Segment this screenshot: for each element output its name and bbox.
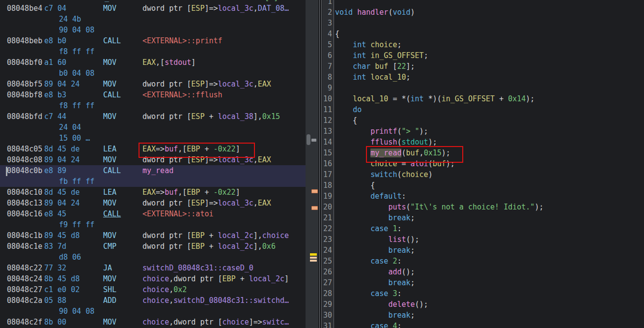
asm-row[interactable]: 08048bf8e8 b3CALL<EXTERNAL>::fflush — [0, 89, 306, 100]
token: dword ptr [ — [142, 199, 191, 208]
asm-row[interactable]: 08048c248b 45 d8MOVchoice,dword ptr [EBP… — [0, 273, 306, 284]
code-line[interactable]: switch(choice) — [335, 169, 644, 180]
asm-row[interactable]: f9 ff ff — [0, 219, 306, 230]
token: local_3c — [218, 80, 253, 89]
analysis-marker[interactable] — [311, 206, 318, 210]
code-line[interactable]: case 1: — [335, 223, 644, 234]
token: dword ptr [ — [142, 112, 191, 121]
asm-row[interactable]: 90 04 08 — [0, 306, 306, 317]
token: ); — [526, 94, 534, 103]
asm-row[interactable]: f8 ff ff — [0, 100, 306, 111]
code-line[interactable]: delete(); — [335, 299, 644, 310]
code-line[interactable]: break; — [335, 245, 644, 256]
code-line[interactable]: list(); — [335, 234, 644, 245]
asm-row[interactable]: 08048c27c1 e0 02SHLchoice,0x2 — [0, 284, 306, 295]
code-line[interactable]: do — [335, 104, 644, 115]
code-line[interactable] — [335, 0, 644, 7]
bytes: 89 45 d8 — [44, 230, 80, 241]
token: switc… — [262, 318, 289, 327]
scrollbar-thumb[interactable] — [307, 134, 310, 145]
asm-row[interactable]: 08048be4c7 04MOVdword ptr [ESP]=>local_3… — [0, 3, 306, 14]
mnemonic: ADD — [103, 295, 116, 306]
bookmark-marker[interactable] — [310, 253, 317, 263]
code-line[interactable]: printf("> "); — [335, 126, 644, 137]
code-line[interactable]: puts("It\'s not a choice! Idiot."); — [335, 202, 644, 212]
code-line[interactable]: int choice; — [335, 39, 644, 50]
asm-row[interactable]: 08048c2f8b 00MOVchoice,dword ptr [choice… — [0, 317, 306, 328]
bytes: 89 04 24 — [44, 198, 80, 209]
operands: <EXTERNAL>::fflush — [142, 89, 223, 100]
asm-row[interactable]: b0 04 08 — [0, 68, 306, 79]
position-marker[interactable] — [311, 139, 316, 142]
asm-row[interactable]: 08048c1389 04 24MOVdword ptr [ESP]=>loca… — [0, 198, 306, 209]
code-line[interactable]: { — [335, 115, 644, 126]
code-line[interactable] — [335, 18, 644, 29]
token: , — [169, 274, 173, 283]
panel-splitter[interactable] — [318, 0, 322, 328]
asm-row[interactable]: d8 06 — [0, 252, 306, 263]
bookmark-stripe — [310, 253, 317, 256]
ghidra-window: LAB_08048be4 XREF[1]: 0 08048be4c7 04MOV… — [0, 0, 644, 328]
code-line[interactable]: { — [335, 29, 644, 39]
bytes: c7 44 — [44, 111, 66, 122]
code-line[interactable]: local_10 = *(int *)(in_GS_OFFSET + 0x14)… — [335, 93, 644, 104]
asm-row[interactable]: 08048c1e83 7dCMPdword ptr [EBP + local_2… — [0, 241, 306, 252]
token: { — [335, 30, 339, 38]
token — [335, 51, 353, 60]
annotation-box-listing — [139, 143, 255, 158]
code-line[interactable]: { — [335, 180, 644, 191]
code-line[interactable]: break; — [335, 277, 644, 288]
mnemonic: MOV — [103, 57, 116, 68]
bytes: e8 b0 — [44, 35, 66, 46]
asm-row[interactable]: 15 00 … — [0, 133, 306, 144]
line-number: 4 — [328, 29, 332, 39]
asm-row[interactable]: 08048c1b89 45 d8MOVdword ptr [EBP + loca… — [0, 230, 306, 241]
asm-row[interactable]: 08048bfdc7 44MOVdword ptr [ESP + local_3… — [0, 111, 306, 122]
token: switch — [370, 170, 397, 179]
mnemonic: MOV — [103, 3, 116, 14]
token — [366, 73, 370, 82]
asm-row[interactable]: 08048c16e8 45CALL<EXTERNAL>::atoi — [0, 209, 306, 219]
token: 0x6 — [262, 242, 276, 251]
token: ESP — [191, 80, 204, 89]
asm-row[interactable]: 08048bf589 04 24MOVdword ptr [ESP]=>loca… — [0, 79, 306, 89]
operands: dword ptr [ESP]=>local_3c,DAT_08… — [142, 3, 289, 14]
asm-row[interactable]: 08048c108d 45 deLEAEAX=>buf,[EBP + -0x22… — [0, 187, 306, 198]
token — [335, 62, 353, 71]
mnemonic: SHL — [103, 284, 116, 295]
asm-row[interactable]: 90 04 08 — [0, 25, 306, 35]
bytes: f8 ff ff — [59, 100, 94, 111]
code-line[interactable]: case 4: — [335, 321, 644, 328]
code-line[interactable]: case 3: — [335, 288, 644, 299]
token: ; — [411, 311, 415, 320]
address: 08048bf0 — [7, 57, 42, 68]
asm-row[interactable]: 08048c0be8 89CALLmy_read — [0, 165, 306, 176]
asm-row[interactable]: f8 ff ff — [0, 46, 306, 57]
code-line[interactable]: int local_10; — [335, 72, 644, 83]
code-line[interactable]: break; — [335, 310, 644, 321]
operands: choice,switchD_08048c31::switchd… — [142, 295, 289, 306]
asm-row[interactable]: 24 4b — [0, 14, 306, 25]
token: break — [388, 246, 410, 255]
code-line[interactable]: int in_GS_OFFSET; — [335, 50, 644, 61]
asm-row[interactable]: 08048c2a05 88ADDchoice,switchD_08048c31:… — [0, 295, 306, 306]
analysis-marker[interactable] — [311, 189, 318, 193]
token: buf — [375, 62, 388, 71]
code-line[interactable]: add(); — [335, 267, 644, 277]
asm-row[interactable]: fb ff ff — [0, 176, 306, 187]
asm-row[interactable]: 08048bebe8 b0CALL<EXTERNAL>::printf — [0, 35, 306, 46]
address: 08048c10 — [7, 187, 42, 198]
code-line[interactable]: default: — [335, 191, 644, 202]
token: ; — [397, 40, 401, 49]
code-line[interactable]: void handler(void) — [335, 7, 644, 18]
bytes: c1 e0 02 — [44, 284, 80, 295]
token: (); — [415, 300, 428, 309]
asm-row[interactable]: 08048c2277 32JAswitchD_08048c31::caseD_0 — [0, 263, 306, 273]
code-line[interactable] — [335, 83, 644, 93]
asm-row[interactable]: 24 04 — [0, 122, 306, 133]
code-line[interactable]: char buf [22]; — [335, 61, 644, 72]
operands: EAX=>buf,[EBP + -0x22] — [142, 187, 240, 198]
asm-row[interactable]: 08048bf0a1 60MOVEAX,[stdout] — [0, 57, 306, 68]
code-line[interactable]: break; — [335, 212, 644, 223]
code-line[interactable]: case 2: — [335, 256, 644, 267]
